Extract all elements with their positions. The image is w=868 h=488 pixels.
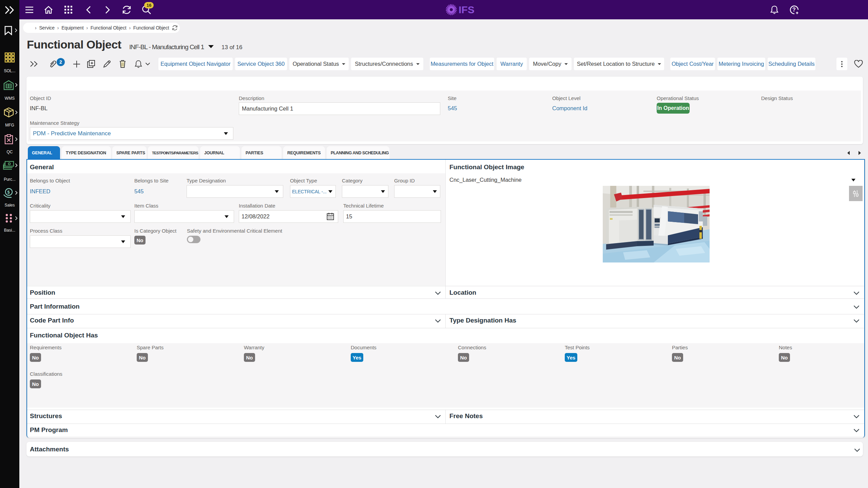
svg-text:$: $: [7, 190, 10, 195]
svg-text:?: ?: [792, 7, 796, 13]
